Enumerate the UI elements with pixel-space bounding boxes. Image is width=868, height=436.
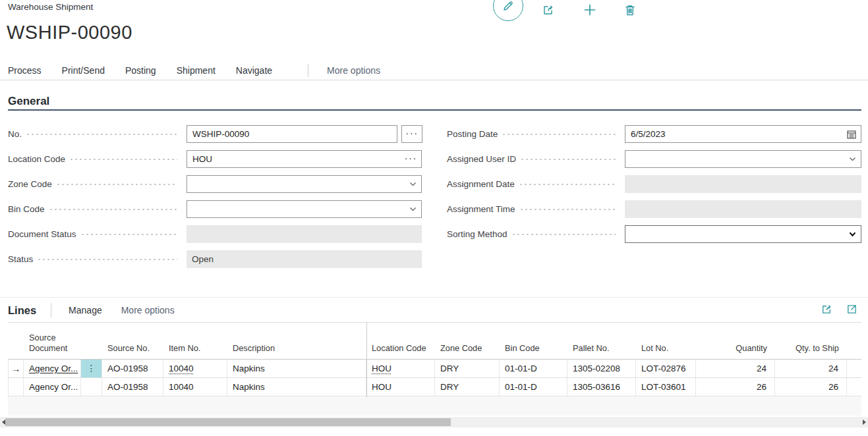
bin-code-label: Bin Code	[8, 204, 45, 214]
cell-zone-code[interactable]: DRY	[435, 360, 500, 377]
leader	[519, 175, 616, 193]
table-row[interactable]: → Agency Or... ⋮ AO-01958 10040 Napkins …	[8, 360, 861, 378]
assigned-user-id-field[interactable]	[625, 150, 861, 168]
document-status-label: Document Status	[8, 229, 76, 239]
menu-item-navigate[interactable]: Navigate	[236, 65, 272, 76]
horizontal-scrollbar[interactable]	[0, 417, 868, 427]
header-row-indicator	[8, 354, 24, 359]
zone-code-input[interactable]	[187, 176, 421, 192]
location-code-input[interactable]	[187, 151, 421, 167]
bin-code-field[interactable]	[187, 200, 422, 218]
pencil-icon	[502, 0, 514, 12]
cell-source-no[interactable]: AO-01958	[102, 360, 163, 377]
edit-button[interactable]	[493, 0, 523, 21]
scrollbar-thumb[interactable]	[5, 418, 451, 426]
no-input[interactable]	[187, 126, 397, 142]
assigned-user-dropdown-button[interactable]	[848, 151, 857, 167]
cell-quantity[interactable]: 24	[696, 360, 775, 377]
lines-icon-actions	[820, 302, 858, 315]
trash-icon	[624, 4, 636, 16]
lines-more-options[interactable]: More options	[121, 305, 175, 315]
header-item-no[interactable]: Item No.	[163, 343, 227, 359]
cell-description[interactable]: Napkins	[227, 378, 366, 396]
header-pallet-no[interactable]: Pallet No.	[567, 343, 636, 359]
menu-item-process[interactable]: Process	[8, 65, 42, 76]
action-menu-bar: Process Print/Send Posting Shipment Navi…	[0, 61, 868, 80]
scroll-right-arrow[interactable]	[863, 420, 866, 425]
menu-item-posting[interactable]: Posting	[125, 65, 156, 76]
lines-share-button[interactable]	[820, 302, 833, 315]
no-assist-edit-button[interactable]: ···	[401, 125, 422, 143]
location-code-field[interactable]: ···	[187, 150, 422, 168]
header-source-document[interactable]: Source Document	[24, 333, 81, 359]
posting-date-picker-button[interactable]	[846, 126, 857, 142]
cell-item-no-link[interactable]: 10040	[169, 364, 194, 373]
sorting-method-select[interactable]	[625, 225, 861, 243]
leader	[519, 200, 616, 218]
general-section-heading[interactable]: General	[8, 95, 49, 108]
no-field[interactable]	[187, 125, 397, 143]
sorting-method-dropdown-button[interactable]	[848, 226, 857, 242]
lines-menu-manage[interactable]: Manage	[69, 305, 102, 315]
leader	[80, 225, 177, 243]
cell-pallet-no[interactable]: 1305-02208	[567, 360, 636, 377]
zone-code-dropdown-button[interactable]	[409, 176, 417, 192]
cell-source-document[interactable]: Agency Or...	[24, 378, 81, 396]
cell-bin-code[interactable]: 01-01-D	[500, 378, 567, 396]
leader	[69, 150, 177, 168]
header-lot-no[interactable]: Lot No.	[636, 343, 696, 359]
cell-qty-to-ship[interactable]: 24	[775, 360, 847, 377]
menu-item-shipment[interactable]: Shipment	[177, 65, 216, 76]
cell-lot-no[interactable]: LOT-02876	[636, 360, 696, 377]
calendar-icon	[846, 129, 857, 140]
table-row[interactable]: Agency Or... AO-01958 10040 Napkins HOU …	[8, 378, 861, 396]
header-description[interactable]: Description	[227, 343, 366, 359]
cell-qty-to-ship[interactable]: 26	[775, 378, 847, 396]
leader	[26, 125, 177, 143]
cell-item-no[interactable]: 10040	[163, 378, 227, 396]
assigned-user-id-input[interactable]	[625, 151, 861, 167]
lines-focus-mode-button[interactable]	[845, 302, 858, 315]
leader	[520, 150, 616, 168]
row-menu-cell[interactable]	[81, 378, 102, 396]
header-bin-code[interactable]: Bin Code	[500, 343, 567, 359]
header-source-no[interactable]: Source No.	[102, 343, 163, 359]
zone-code-field[interactable]	[187, 175, 422, 193]
status-label: Status	[8, 254, 33, 264]
bin-code-dropdown-button[interactable]	[409, 201, 417, 217]
location-code-label: Location Code	[8, 154, 65, 164]
ellipsis-icon: ···	[405, 128, 419, 140]
posting-date-input[interactable]	[625, 126, 861, 142]
assignment-time-label: Assignment Time	[447, 204, 515, 214]
cell-source-document-link[interactable]: Agency Or...	[29, 364, 78, 373]
share-button[interactable]	[540, 2, 556, 18]
cell-zone-code[interactable]: DRY	[435, 378, 500, 396]
row-menu-dots-icon[interactable]: ⋮	[81, 360, 102, 377]
delete-button[interactable]	[622, 2, 638, 18]
cell-lot-no[interactable]: LOT-03601	[636, 378, 696, 396]
grid-empty-area	[8, 397, 861, 416]
leader	[49, 200, 177, 218]
cell-bin-code[interactable]: 01-01-D	[500, 360, 567, 377]
cell-quantity[interactable]: 26	[696, 378, 775, 396]
cell-pallet-no[interactable]: 1305-03616	[567, 378, 636, 396]
menu-more-options[interactable]: More options	[327, 65, 380, 76]
cell-description[interactable]: Napkins	[227, 360, 366, 377]
bin-code-input[interactable]	[187, 201, 421, 217]
lines-section-heading[interactable]: Lines	[8, 304, 36, 317]
posting-date-label: Posting Date	[447, 129, 498, 139]
cell-location-code[interactable]: HOU	[366, 378, 435, 396]
cell-location-code-link[interactable]: HOU	[372, 364, 391, 373]
posting-date-field[interactable]	[625, 125, 861, 143]
menu-item-print-send[interactable]: Print/Send	[62, 65, 105, 76]
cell-source-no[interactable]: AO-01958	[102, 378, 163, 396]
cell-spacer	[847, 360, 861, 377]
location-lookup-button[interactable]: ···	[405, 151, 418, 167]
ellipsis-icon: ···	[405, 153, 418, 165]
header-zone-code[interactable]: Zone Code	[435, 343, 500, 359]
sorting-method-input[interactable]	[625, 226, 861, 242]
header-location-code[interactable]: Location Code	[366, 343, 435, 359]
header-qty-to-ship[interactable]: Qty. to Ship	[775, 343, 847, 359]
new-button[interactable]	[582, 2, 598, 18]
header-quantity[interactable]: Quantity	[696, 343, 775, 359]
